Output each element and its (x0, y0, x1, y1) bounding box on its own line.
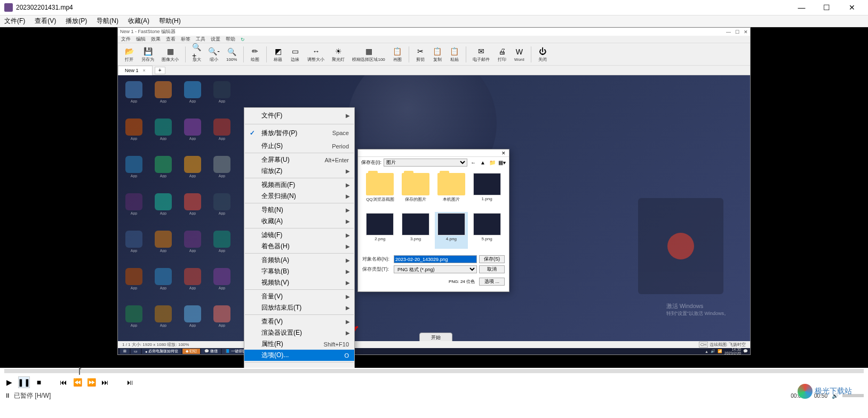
tool-模糊选择区域100[interactable]: ▦模糊选择区域100 (350, 45, 387, 64)
menu-item-渲染器设置(E)[interactable]: 渲染器设置(E)▶ (244, 327, 354, 338)
menu-item-收藏(A)[interactable]: 收藏(A)▶ (244, 216, 354, 227)
desktop-icon[interactable]: App (180, 268, 205, 296)
start-button[interactable]: 开始 (419, 333, 452, 341)
menu-item-着色器(H)[interactable]: 着色器(H)▶ (244, 241, 354, 252)
filetype-select[interactable]: PNG 格式 (*.png) (394, 265, 477, 273)
close-button[interactable]: ✕ (840, 0, 864, 15)
step-button[interactable]: ⏯ (125, 377, 134, 387)
maximize-button[interactable]: ☐ (815, 0, 839, 15)
menu-收藏(A)[interactable]: 收藏(A) (128, 17, 149, 26)
pause-button[interactable]: ❚❚ (18, 376, 30, 388)
seek-thumb[interactable] (79, 367, 80, 375)
seek-track[interactable] (4, 369, 864, 373)
inner-menu-工具[interactable]: 工具 (196, 36, 205, 43)
taskbar-start[interactable]: ⊞ (120, 349, 130, 354)
nav-up-icon[interactable]: ▲ (479, 159, 487, 166)
menu-item-退出(X)[interactable]: 退出(X)Alt+X (244, 364, 354, 368)
menu-帮助(H)[interactable]: 帮助(H) (159, 17, 181, 26)
tool-聚光灯[interactable]: ☀聚光灯 (330, 45, 347, 64)
desktop-icon[interactable]: App (209, 268, 235, 296)
file-本机图片[interactable]: 本机图片 (435, 172, 468, 210)
menu-item-滤镜(F)[interactable]: 滤镜(F)▶ (244, 230, 354, 241)
menu-item-全景扫描(N)[interactable]: 全景扫描(N)▶ (244, 191, 354, 202)
prev-button[interactable]: ⏮ (59, 377, 68, 387)
desktop-icon[interactable]: App (150, 81, 176, 109)
location-select[interactable]: 图片 (384, 159, 467, 167)
menu-item-文件(F)[interactable]: 文件(F)▶ (244, 108, 354, 123)
nav-back-icon[interactable]: ← (469, 159, 477, 166)
stop-button[interactable]: ■ (34, 377, 44, 387)
volume-slider[interactable] (842, 394, 864, 397)
file-list[interactable]: QQ浏览器截图保存的图片本机图片1.png2.png3.png4.png5.pn… (358, 168, 509, 253)
file-5.png[interactable]: 5.png (470, 212, 504, 249)
desktop-icon[interactable]: App (121, 81, 147, 109)
tool-另存为[interactable]: 💾另存为 (139, 45, 156, 64)
inner-menu-编辑[interactable]: 编辑 (136, 36, 146, 43)
tool-Word[interactable]: WWord (512, 46, 527, 63)
desktop-icon[interactable]: App (150, 119, 176, 146)
inner-close-icon[interactable]: ✕ (744, 29, 748, 35)
document-tab[interactable]: New 1 × (118, 66, 153, 75)
desktop-icon[interactable]: App (180, 231, 205, 258)
tool-电子邮件[interactable]: ✉电子邮件 (471, 45, 492, 64)
taskbar-必剪电脑版如何使[interactable]: ●必剪电脑版如何使 (142, 349, 181, 354)
dialog-close-icon[interactable]: ✕ (500, 151, 507, 156)
menu-item-属性(R)[interactable]: 属性(R)Shift+F10 (244, 338, 354, 350)
file-保存的图片[interactable]: 保存的图片 (399, 172, 433, 210)
file-3.png[interactable]: 3.png (399, 212, 433, 249)
inner-menu-文件[interactable]: 文件 (121, 36, 131, 43)
tool-打开[interactable]: 📂打开 (122, 45, 136, 64)
desktop-icon[interactable]: App (209, 81, 235, 109)
tool-调整大小[interactable]: ↔调整大小 (305, 45, 327, 64)
add-tab-button[interactable]: + (155, 67, 165, 74)
tool-关闭[interactable]: ⏻关闭 (536, 45, 550, 64)
tool-图像大小[interactable]: ▦图像大小 (160, 45, 181, 64)
record-button[interactable] (667, 233, 694, 259)
forward-button[interactable]: ⏩ (86, 377, 96, 387)
desktop-icon[interactable]: App (180, 81, 205, 109)
menu-文件(F)[interactable]: 文件(F) (4, 17, 25, 26)
desktop-icon[interactable]: App (180, 193, 205, 221)
minimize-button[interactable]: — (790, 0, 814, 15)
tool-复制[interactable]: 📋复制 (431, 45, 444, 64)
desktop-icon[interactable]: App (150, 305, 176, 333)
system-tray[interactable]: ▲🔊📶 14:30 2023/2/20 💬 (705, 348, 748, 355)
desktop-icon[interactable]: App (209, 119, 235, 146)
inner-menu-查看[interactable]: 查看 (166, 36, 176, 43)
menu-查看(V)[interactable]: 查看(V) (35, 17, 56, 26)
menu-item-查看(V)[interactable]: 查看(V)▶ (244, 316, 354, 327)
desktop-icon[interactable]: App (209, 231, 235, 258)
next-button[interactable]: ⏭ (100, 377, 110, 387)
desktop-icon[interactable]: App (209, 156, 235, 184)
file-4.png[interactable]: 4.png (435, 212, 468, 249)
menu-item-音量(V)[interactable]: 音量(V)▶ (244, 291, 354, 302)
tool-100%[interactable]: 🔍100% (224, 46, 239, 63)
inner-maximize-icon[interactable]: ☐ (735, 29, 739, 35)
seek-bar[interactable] (0, 368, 868, 375)
tool-画图[interactable]: 📋画图 (391, 45, 404, 64)
file-QQ浏览器截图[interactable]: QQ浏览器截图 (363, 172, 397, 210)
inner-menu-效果[interactable]: 效果 (151, 36, 161, 43)
menu-item-选项(O)...[interactable]: 选项(O)...O (244, 350, 354, 361)
menu-item-音频轨(A)[interactable]: 音频轨(A)▶ (244, 255, 354, 266)
desktop-icon[interactable]: App (121, 156, 147, 184)
tool-放大[interactable]: 🔍+放大 (190, 45, 204, 64)
nav-view-icon[interactable]: ▦▾ (498, 159, 506, 166)
inner-menu-帮助[interactable]: 帮助 (226, 36, 235, 43)
desktop-icon[interactable]: App (180, 305, 205, 333)
desktop-icon[interactable]: App (180, 156, 205, 184)
menu-item-字幕轨(B)[interactable]: 字幕轨(B)▶ (244, 266, 354, 277)
inner-menu-标签[interactable]: 标签 (181, 36, 190, 43)
menu-item-停止(S)[interactable]: 停止(S)Period (244, 140, 354, 152)
tool-缩小[interactable]: 🔍-缩小 (207, 45, 221, 64)
desktop-icon[interactable]: App (150, 193, 176, 221)
tool-粘贴[interactable]: 📋粘贴 (448, 45, 461, 64)
filename-input[interactable] (394, 255, 477, 263)
menu-item-缩放(Z)[interactable]: 缩放(Z)▶ (244, 165, 354, 177)
menu-item-视频轨(V)[interactable]: 视频轨(V)▶ (244, 277, 354, 288)
tool-边缘[interactable]: ▭边缘 (288, 45, 302, 64)
desktop-icon[interactable]: App (150, 156, 176, 184)
inner-menu-设置[interactable]: 设置 (211, 36, 220, 43)
taskbar-钉钉[interactable]: ◆钉钉 (182, 349, 200, 354)
desktop-icon[interactable]: App (209, 305, 235, 333)
